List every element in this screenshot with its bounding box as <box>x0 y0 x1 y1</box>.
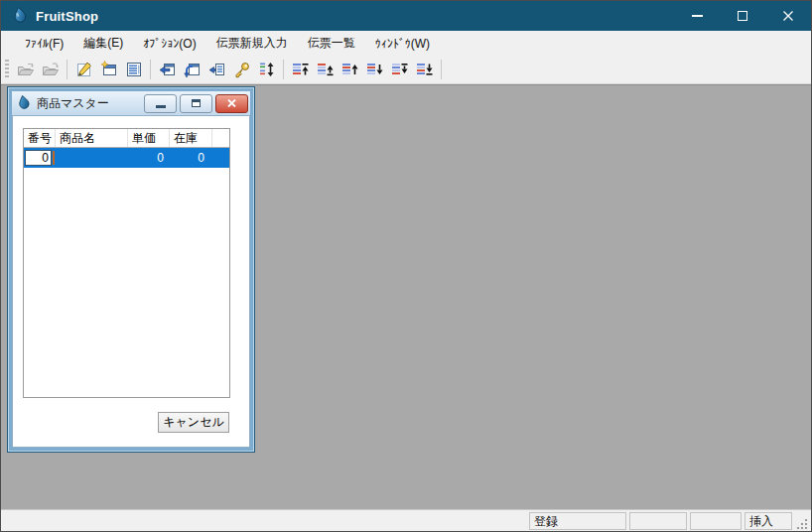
edit-pencil-icon <box>75 61 93 78</box>
product-table: 番号 商品名 単価 在庫 0 0 0 <box>23 128 230 398</box>
load-window-button[interactable] <box>155 58 180 81</box>
statusbar-panel-mode: 登録 <box>529 512 626 530</box>
key-icon <box>232 61 251 78</box>
window-list-icon <box>125 61 143 78</box>
column-header-unit-price: 単価 <box>128 129 170 147</box>
key-button[interactable] <box>229 58 254 81</box>
child-close-button[interactable] <box>215 94 248 113</box>
app-droplet-icon <box>11 6 28 26</box>
toolbar <box>1 56 811 84</box>
maximize-icon <box>738 11 747 21</box>
text-cursor <box>53 151 55 165</box>
insert-record-below-button[interactable] <box>387 58 412 81</box>
first-record-icon <box>292 62 309 77</box>
menu-item-file[interactable]: ﾌｧｲﾙ(F) <box>15 33 73 55</box>
child-close-icon <box>227 99 236 107</box>
open-button[interactable] <box>13 58 38 81</box>
toolbar-separator <box>283 60 284 79</box>
statusbar-panel-insert: 挿入 <box>744 512 792 530</box>
sort-records-button[interactable] <box>254 58 279 81</box>
menu-item-window[interactable]: ｳｨﾝﾄﾞｳ(W) <box>365 33 440 55</box>
previous-record-icon <box>341 62 358 77</box>
app-titlebar: FruitShop <box>1 1 811 31</box>
column-header-stock: 在庫 <box>170 129 212 147</box>
product-table-header: 番号 商品名 単価 在庫 <box>24 129 229 148</box>
column-header-product-name: 商品名 <box>56 129 128 147</box>
last-record-icon <box>416 62 433 77</box>
edit-pencil-button[interactable] <box>71 58 96 81</box>
load-list-button[interactable] <box>204 58 229 81</box>
toolbar-separator <box>441 60 442 79</box>
child-minimize-button[interactable] <box>144 94 177 113</box>
statusbar-panel-2 <box>629 512 687 530</box>
next-record-button[interactable] <box>362 58 387 81</box>
insert-record-below-icon <box>391 62 408 77</box>
child-restore-button[interactable] <box>180 94 212 113</box>
window-list-button[interactable] <box>121 58 146 81</box>
child-caption-buttons <box>144 94 248 113</box>
cell-unit-price: 0 <box>128 148 170 168</box>
insert-record-above-button[interactable] <box>313 58 338 81</box>
child-titlebar[interactable]: 商品マスター <box>12 91 250 115</box>
toolbar-grip[interactable] <box>5 60 9 79</box>
last-record-button[interactable] <box>412 58 437 81</box>
child-window-product-master: 商品マスター 番号 商品名 単価 <box>7 86 255 453</box>
menu-item-new-slip-entry[interactable]: 伝票新規入力 <box>206 31 298 56</box>
reload-window-button[interactable] <box>180 58 204 81</box>
minimize-icon <box>692 15 703 17</box>
cancel-button[interactable]: キャンセル <box>158 412 229 433</box>
app-title: FruitShop <box>36 9 98 24</box>
toolbar-separator <box>67 60 68 79</box>
insert-record-above-icon <box>317 62 334 77</box>
child-minimize-icon <box>156 105 166 108</box>
open-alt-button[interactable] <box>38 58 63 81</box>
mdi-area: 商品マスター 番号 商品名 単価 <box>1 84 811 509</box>
menubar: ﾌｧｲﾙ(F) 編集(E) ｵﾌﾟｼｮﾝ(O) 伝票新規入力 伝票一覧 ｳｨﾝﾄ… <box>1 31 811 56</box>
menu-item-options[interactable]: ｵﾌﾟｼｮﾝ(O) <box>133 33 205 55</box>
caption-buttons <box>674 1 811 31</box>
previous-record-button[interactable] <box>338 58 362 81</box>
maximize-button[interactable] <box>720 1 765 31</box>
statusbar: 登録 挿入 <box>1 509 811 531</box>
child-droplet-icon <box>16 94 31 112</box>
new-window-button[interactable] <box>96 58 121 81</box>
table-row[interactable]: 0 0 0 <box>24 148 229 168</box>
load-window-icon <box>159 61 177 78</box>
open-icon <box>16 61 36 78</box>
child-title: 商品マスター <box>37 95 109 112</box>
app-window: FruitShop ﾌｧｲﾙ(F) 編集(E) ｵﾌﾟｼｮﾝ(O) 伝票新規入力… <box>0 0 812 532</box>
column-header-filler <box>212 129 229 147</box>
number-edit-field[interactable]: 0 <box>25 150 52 166</box>
close-icon <box>782 10 794 22</box>
menu-item-slip-list[interactable]: 伝票一覧 <box>298 31 365 56</box>
minimize-button[interactable] <box>674 1 720 31</box>
cell-product-name <box>56 148 128 168</box>
column-header-number: 番号 <box>24 129 56 147</box>
cell-number: 0 <box>24 148 56 168</box>
load-list-icon <box>208 61 226 78</box>
cell-stock: 0 <box>170 148 212 168</box>
resize-grip-icon[interactable] <box>795 513 809 531</box>
sort-records-icon <box>258 61 276 78</box>
statusbar-panel-3 <box>690 512 742 530</box>
new-window-icon <box>100 61 118 78</box>
child-body: 番号 商品名 単価 在庫 0 0 0 <box>12 115 250 448</box>
toolbar-separator <box>150 60 151 79</box>
menu-item-edit[interactable]: 編集(E) <box>73 31 133 56</box>
open-alt-icon <box>41 61 61 78</box>
cell-filler <box>212 148 229 168</box>
child-restore-icon <box>192 99 201 107</box>
first-record-button[interactable] <box>288 58 313 81</box>
reload-window-icon <box>184 61 202 78</box>
close-button[interactable] <box>765 1 811 31</box>
next-record-icon <box>366 62 383 77</box>
